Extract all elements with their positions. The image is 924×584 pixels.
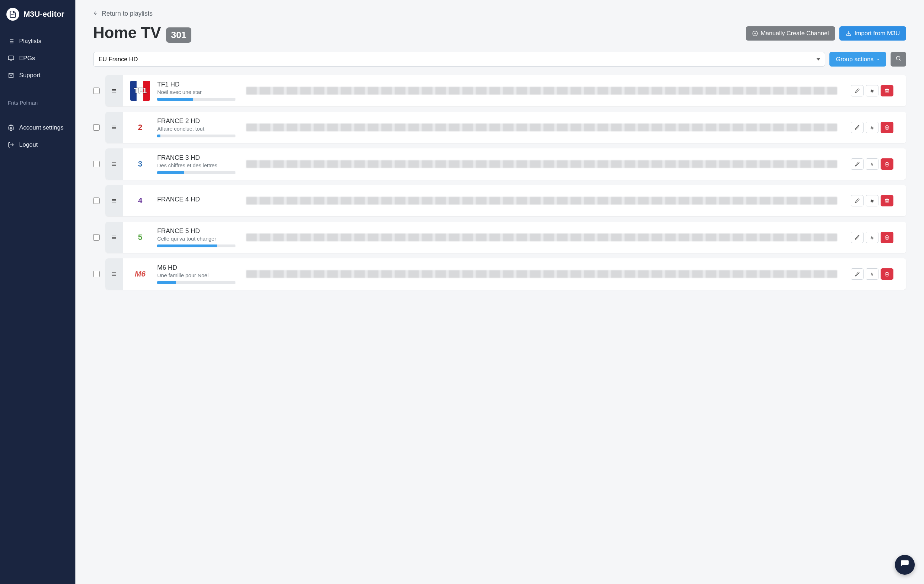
nav-primary: Playlists EPGs Support bbox=[0, 29, 75, 88]
edit-channel-button[interactable] bbox=[851, 85, 863, 96]
row-select-wrap bbox=[93, 258, 101, 290]
brand-name: M3U-editor bbox=[23, 10, 64, 19]
group-filter-select-wrap: EU France HD bbox=[93, 52, 825, 66]
brand: M3U M3U-editor bbox=[0, 5, 75, 29]
plus-circle-icon bbox=[752, 31, 758, 36]
row-select-wrap bbox=[93, 75, 101, 106]
group-actions-button[interactable]: Group actions bbox=[829, 52, 886, 66]
sidebar-item-playlists[interactable]: Playlists bbox=[0, 33, 75, 50]
sidebar: M3U M3U-editor Playlists EPGs Support Fr… bbox=[0, 0, 75, 584]
gear-icon bbox=[8, 124, 14, 131]
logout-icon bbox=[8, 142, 14, 148]
channel-url-blurred bbox=[246, 233, 837, 241]
delete-channel-button[interactable] bbox=[881, 85, 893, 96]
channel-row: 2 FRANCE 2 HD Affaire conclue, tout # bbox=[93, 112, 906, 143]
nav-account: Account settings Logout bbox=[0, 116, 75, 157]
channel-number-button[interactable]: # bbox=[866, 85, 878, 96]
channel-card: TF1 TF1 HD Noël avec une star # bbox=[105, 75, 906, 106]
channel-name: FRANCE 5 HD bbox=[157, 227, 239, 235]
drag-handle[interactable] bbox=[105, 75, 123, 106]
main-content: Return to playlists Home TV 301 Manually… bbox=[75, 0, 924, 584]
channel-logo: M6 bbox=[130, 264, 150, 284]
channel-card: 4 FRANCE 4 HD # bbox=[105, 185, 906, 217]
delete-channel-button[interactable] bbox=[881, 195, 893, 207]
channel-count-badge: 301 bbox=[166, 27, 191, 43]
import-from-m3u-button[interactable]: Import from M3U bbox=[839, 26, 906, 41]
channel-number-button[interactable]: # bbox=[866, 158, 878, 170]
channel-subtitle: Des chiffres et des lettres bbox=[157, 162, 239, 168]
channel-card-body: 5 FRANCE 5 HD Celle qui va tout changer … bbox=[123, 222, 906, 253]
chat-widget-button[interactable] bbox=[895, 555, 915, 575]
channel-logo: TF1 bbox=[130, 81, 150, 101]
channel-actions: # bbox=[851, 158, 899, 170]
channel-select-checkbox[interactable] bbox=[93, 124, 100, 131]
channel-number-button[interactable]: # bbox=[866, 268, 878, 280]
arrow-left-icon bbox=[93, 10, 98, 17]
svg-point-18 bbox=[896, 56, 900, 60]
channel-subtitle: Affaire conclue, tout bbox=[157, 126, 239, 132]
sidebar-item-label: Support bbox=[19, 72, 41, 79]
user-section: Frits Polman bbox=[0, 100, 75, 116]
channel-info: FRANCE 2 HD Affaire conclue, tout bbox=[157, 117, 239, 137]
return-to-playlists-link[interactable]: Return to playlists bbox=[93, 10, 153, 17]
button-label: Group actions bbox=[836, 56, 873, 63]
manually-create-channel-button[interactable]: Manually Create Channel bbox=[746, 26, 835, 41]
edit-channel-button[interactable] bbox=[851, 268, 863, 280]
chat-icon bbox=[900, 559, 909, 570]
channel-card-body: 2 FRANCE 2 HD Affaire conclue, tout # bbox=[123, 112, 906, 143]
channel-select-checkbox[interactable] bbox=[93, 197, 100, 204]
edit-channel-button[interactable] bbox=[851, 195, 863, 207]
sidebar-item-epgs[interactable]: EPGs bbox=[0, 50, 75, 67]
channel-name: TF1 HD bbox=[157, 81, 239, 88]
channel-card: 3 FRANCE 3 HD Des chiffres et des lettre… bbox=[105, 149, 906, 180]
svg-line-19 bbox=[899, 60, 901, 61]
sidebar-item-label: Playlists bbox=[19, 38, 41, 45]
channel-name: FRANCE 2 HD bbox=[157, 117, 239, 125]
edit-channel-button[interactable] bbox=[851, 158, 863, 170]
edit-channel-button[interactable] bbox=[851, 232, 863, 243]
channel-card-body: M6 M6 HD Une famille pour Noël # bbox=[123, 258, 906, 290]
channel-select-checkbox[interactable] bbox=[93, 234, 100, 241]
sidebar-item-label: Logout bbox=[19, 141, 38, 149]
channel-number-button[interactable]: # bbox=[866, 232, 878, 243]
channel-logo: 3 bbox=[130, 154, 150, 174]
channel-progress bbox=[157, 245, 236, 247]
sidebar-item-support[interactable]: Support bbox=[0, 67, 75, 84]
caret-down-icon bbox=[876, 56, 880, 63]
delete-channel-button[interactable] bbox=[881, 122, 893, 133]
delete-channel-button[interactable] bbox=[881, 158, 893, 170]
channel-info: M6 HD Une famille pour Noël bbox=[157, 264, 239, 284]
channel-card: 2 FRANCE 2 HD Affaire conclue, tout # bbox=[105, 112, 906, 143]
sidebar-item-logout[interactable]: Logout bbox=[0, 136, 75, 153]
channel-select-checkbox[interactable] bbox=[93, 161, 100, 167]
sidebar-item-label: Account settings bbox=[19, 124, 64, 131]
drag-handle[interactable] bbox=[105, 222, 123, 253]
channel-row: 3 FRANCE 3 HD Des chiffres et des lettre… bbox=[93, 149, 906, 180]
drag-handle[interactable] bbox=[105, 185, 123, 217]
channel-card: 5 FRANCE 5 HD Celle qui va tout changer … bbox=[105, 222, 906, 253]
channel-url-blurred bbox=[246, 197, 837, 205]
channel-number-button[interactable]: # bbox=[866, 195, 878, 207]
channel-select-checkbox[interactable] bbox=[93, 271, 100, 277]
sidebar-item-account-settings[interactable]: Account settings bbox=[0, 119, 75, 136]
drag-handle[interactable] bbox=[105, 149, 123, 180]
edit-channel-button[interactable] bbox=[851, 122, 863, 133]
channel-logo: 5 bbox=[130, 227, 150, 247]
channel-row: TF1 TF1 HD Noël avec une star # bbox=[93, 75, 906, 106]
delete-channel-button[interactable] bbox=[881, 268, 893, 280]
channel-select-checkbox[interactable] bbox=[93, 88, 100, 94]
channel-actions: # bbox=[851, 268, 899, 280]
group-filter-select[interactable]: EU France HD bbox=[93, 52, 825, 66]
button-label: Import from M3U bbox=[854, 30, 900, 37]
drag-handle[interactable] bbox=[105, 112, 123, 143]
search-button[interactable] bbox=[891, 52, 906, 66]
monitor-icon bbox=[8, 55, 14, 61]
channel-actions: # bbox=[851, 122, 899, 133]
drag-handle[interactable] bbox=[105, 258, 123, 290]
delete-channel-button[interactable] bbox=[881, 232, 893, 243]
channel-number-button[interactable]: # bbox=[866, 122, 878, 133]
row-select-wrap bbox=[93, 149, 101, 180]
channel-name: FRANCE 3 HD bbox=[157, 154, 239, 162]
row-select-wrap bbox=[93, 185, 101, 217]
channel-progress bbox=[157, 98, 236, 101]
